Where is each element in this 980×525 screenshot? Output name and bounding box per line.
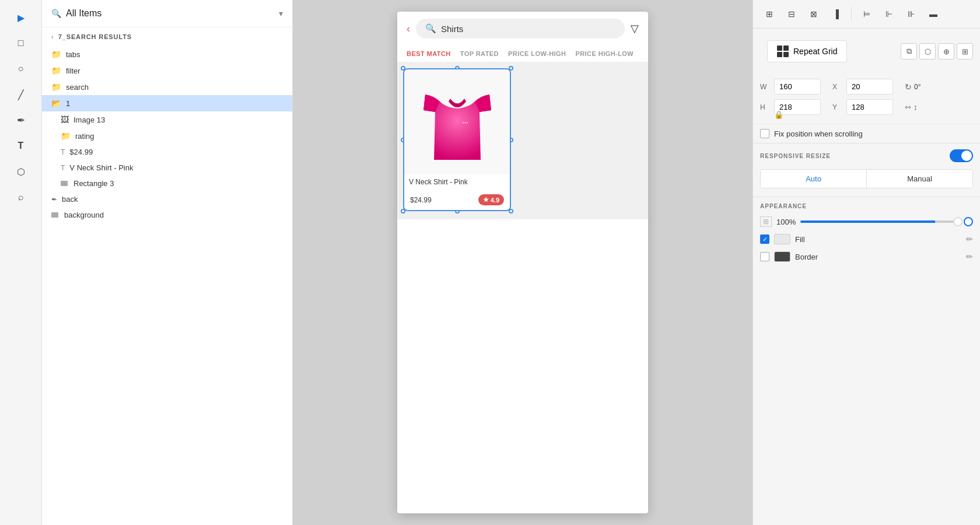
distribute-h-tool[interactable]: ⊨ xyxy=(858,5,876,23)
filter-button[interactable]: ▽ xyxy=(631,22,639,35)
border-eyedropper-icon[interactable]: ✏ xyxy=(966,252,973,261)
y-label: Y xyxy=(832,103,842,111)
section-label: 7_SEARCH RESULTS xyxy=(58,33,132,40)
text-tool[interactable]: T xyxy=(10,135,32,156)
sort-price-high-low[interactable]: PRICE HIGH-LOW xyxy=(575,50,634,57)
line-tool[interactable]: ╱ xyxy=(10,84,32,105)
opacity-value: 100% xyxy=(776,218,796,226)
fill-row: ✓ Fill ✏ xyxy=(753,230,980,248)
phone-search-bar[interactable]: 🔍 Shirts xyxy=(416,19,625,38)
distribute-v-tool[interactable]: ⊩ xyxy=(880,5,898,23)
tree-item-image13[interactable]: 🖼 Image 13 xyxy=(42,111,292,128)
copy-btn-1[interactable]: ⧉ xyxy=(901,43,917,60)
fill-eyedropper-icon[interactable]: ✏ xyxy=(966,235,973,244)
folder-icon: 📁 xyxy=(51,82,61,92)
width-input[interactable] xyxy=(774,79,821,94)
product-image: ●●● xyxy=(404,69,510,174)
auto-manual-row: Auto Manual xyxy=(760,169,973,188)
fix-position-row: Fix position when scrolling xyxy=(753,124,980,143)
fix-position-label: Fix position when scrolling xyxy=(774,130,863,138)
card-name-row: V Neck Shirt - Pink xyxy=(404,174,510,190)
border-checkbox[interactable] xyxy=(760,252,769,261)
tree-item-product-name[interactable]: T V Neck Shirt - Pink xyxy=(42,160,292,176)
border-row: Border ✏ xyxy=(753,248,980,265)
border-color-swatch[interactable] xyxy=(774,251,790,262)
svg-text:●●●: ●●● xyxy=(462,121,468,124)
repeat-grid-icon xyxy=(777,46,789,57)
component-tool[interactable]: ⬡ xyxy=(10,161,32,182)
copy-btn-2[interactable]: ⬡ xyxy=(919,43,936,60)
rotation-display: ↻ 0° xyxy=(905,82,921,92)
fix-position-checkbox[interactable] xyxy=(760,129,769,138)
align-center-h-tool[interactable]: ⊟ xyxy=(782,5,801,23)
border-label: Border xyxy=(795,253,961,261)
appearance-label: APPEARANCE xyxy=(760,203,807,209)
align-left-tool[interactable]: ⊞ xyxy=(760,5,779,23)
sort-bar: BEST MATCH TOP RATED PRICE LOW-HIGH PRIC… xyxy=(397,46,648,62)
rg-cell-2 xyxy=(783,46,789,51)
y-input[interactable] xyxy=(846,99,893,115)
search-icon: 🔍 xyxy=(425,23,436,34)
tree-item-rectangle3[interactable]: Rectangle 3 xyxy=(42,176,292,191)
sort-price-low-high[interactable]: PRICE LOW-HIGH xyxy=(508,50,566,57)
lock-icon[interactable]: 🔒 xyxy=(774,110,783,119)
phone-mockup: ‹ 🔍 Shirts ▽ BEST MATCH TOP RATED PRICE … xyxy=(397,12,648,513)
responsive-resize-toggle[interactable] xyxy=(950,149,973,162)
zoom-tool[interactable]: ⌕ xyxy=(10,187,32,208)
svg-point-0 xyxy=(454,103,460,107)
tree-item-price[interactable]: T $24.99 xyxy=(42,144,292,160)
manual-button[interactable]: Manual xyxy=(867,170,972,188)
tree-item-1[interactable]: 📂 1 xyxy=(42,95,292,111)
tree-item-tabs[interactable]: 📁 tabs xyxy=(42,46,292,62)
rotation-value: 0° xyxy=(914,83,921,91)
section-chevron[interactable]: ‹ xyxy=(51,33,54,40)
x-input[interactable] xyxy=(846,79,893,94)
fill-checkbox[interactable]: ✓ xyxy=(760,235,769,244)
text-icon: T xyxy=(61,164,65,172)
sort-top-rated[interactable]: TOP RATED xyxy=(460,50,499,57)
distribute-space-tool[interactable]: ⊪ xyxy=(902,5,921,23)
panel-dropdown-icon[interactable]: ▾ xyxy=(279,9,283,18)
pen-tool[interactable]: ✒ xyxy=(10,110,32,131)
sort-best-match[interactable]: BEST MATCH xyxy=(407,50,451,57)
repeat-grid-button[interactable]: Repeat Grid xyxy=(767,40,847,62)
copy-btn-3[interactable]: ⊕ xyxy=(938,43,954,60)
tree-item-search[interactable]: 📁 search xyxy=(42,79,292,95)
phone-back-button[interactable]: ‹ xyxy=(407,23,410,35)
tree-item-filter[interactable]: 📁 filter xyxy=(42,62,292,79)
align-right-tool[interactable]: ▐ xyxy=(827,5,845,23)
ellipse-tool[interactable]: ○ xyxy=(10,58,32,79)
folder-icon: 📁 xyxy=(51,50,61,59)
text-icon: T xyxy=(61,148,65,156)
tree-item-background[interactable]: background xyxy=(42,207,292,223)
left-toolbar: ▶ □ ○ ╱ ✒ T ⬡ ⌕ xyxy=(0,0,42,525)
copy-btn-4[interactable]: ⊞ xyxy=(957,43,973,60)
select-tool[interactable]: ▶ xyxy=(10,7,32,28)
tree-item-back[interactable]: ✒ back xyxy=(42,191,292,207)
align-bottom-tool[interactable]: ▬ xyxy=(924,5,943,23)
flip-h-icon[interactable]: ⇿ xyxy=(905,103,911,111)
product-card[interactable]: ●●● V Neck Shirt - Pink $24.99 ★ 4.9 xyxy=(403,68,511,211)
fill-color-swatch[interactable] xyxy=(774,234,790,244)
second-toolbar-row: Repeat Grid ⧉ ⬡ ⊕ ⊞ xyxy=(753,29,980,74)
product-card-wrapper[interactable]: ●●● V Neck Shirt - Pink $24.99 ★ 4.9 xyxy=(403,68,511,211)
rectangle-tool[interactable]: □ xyxy=(10,33,32,54)
rect-icon xyxy=(51,212,58,218)
flip-icons: ⇿ ↕ xyxy=(905,103,918,111)
auto-button[interactable]: Auto xyxy=(761,170,866,188)
repeat-grid-label: Repeat Grid xyxy=(793,47,837,56)
appearance-section-header: APPEARANCE xyxy=(753,197,980,213)
toolbar-separator xyxy=(851,7,852,21)
w-label: W xyxy=(760,83,769,91)
right-panel: ⊞ ⊟ ⊠ ▐ ⊨ ⊩ ⊪ ▬ Repeat Grid ⧉ ⬡ ⊕ ⊞ xyxy=(752,0,980,525)
rotation-icon: ↻ xyxy=(905,82,912,92)
card-info-row: $24.99 ★ 4.9 xyxy=(404,190,510,210)
tree-item-rating[interactable]: 📁 rating xyxy=(42,128,292,144)
flip-v-icon[interactable]: ↕ xyxy=(914,103,918,111)
align-center-v-tool[interactable]: ⊠ xyxy=(804,5,823,23)
opacity-slider[interactable] xyxy=(800,220,959,223)
opacity-end-knob xyxy=(964,217,973,226)
product-price: $24.99 xyxy=(410,196,432,204)
responsive-resize-section: RESPONSIVE RESIZE xyxy=(753,143,980,166)
rating-value: 4.9 xyxy=(491,197,499,204)
